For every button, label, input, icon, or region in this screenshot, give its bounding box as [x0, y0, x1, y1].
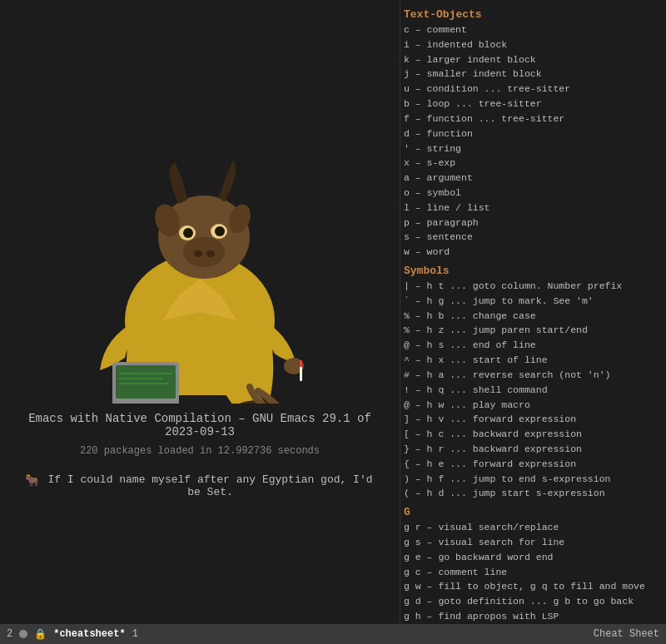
status-filename: *cheatsheet*	[53, 628, 125, 640]
item-line-text-objects-8: ' – string	[404, 141, 659, 156]
quote-text: If I could name myself after any Egyptia…	[46, 473, 375, 498]
item-line-text-objects-9: x – s-exp	[404, 156, 659, 171]
item-line-text-objects-5: b – loop ... tree-sitter	[404, 97, 659, 111]
item-line-symbols-12: { – h e ... forward expression	[404, 457, 659, 472]
emacs-title: Emacs with Native Compilation – GNU Emac…	[17, 412, 383, 438]
status-dot	[19, 630, 27, 638]
item-line-symbols-9: ] – h v ... forward expression	[404, 412, 659, 427]
section-header-g: G	[404, 506, 659, 518]
item-line-symbols-14: ( – h d ... jump start s-expression	[404, 486, 659, 501]
svg-point-2	[183, 237, 225, 267]
item-line-text-objects-3: j – smaller indent block	[404, 67, 659, 82]
item-line-g-6: g h – find apropos with LSP	[404, 609, 659, 624]
item-line-symbols-11: } – h r ... backward expression	[404, 442, 659, 457]
svg-rect-17	[116, 365, 176, 399]
status-buffer-num: 1	[132, 628, 138, 640]
status-bar: 2 🔒 *cheatsheet* 1 Cheat Sheet	[0, 624, 666, 644]
item-line-symbols-13: ) – h f ... jump to end s-expression	[404, 472, 659, 487]
svg-rect-13	[300, 360, 302, 367]
item-line-g-0: g r – visual search/replace	[404, 520, 659, 535]
item-line-symbols-6: # – h a ... reverse search (not 'n')	[404, 368, 659, 383]
svg-point-3	[194, 250, 202, 257]
item-line-g-5: g d – goto definition ... g b to go back	[404, 594, 659, 609]
item-line-text-objects-2: k – larger indent block	[404, 52, 659, 67]
item-line-text-objects-6: f – function ... tree-sitter	[404, 111, 659, 126]
item-line-symbols-10: [ – h c ... backward expression	[404, 427, 659, 442]
section-header-text-objects: Text-Objects	[404, 8, 659, 21]
item-line-symbols-8: @ – h w ... play macro	[404, 398, 659, 413]
item-line-g-3: g c – comment line	[404, 565, 659, 580]
section-header-symbols: Symbols	[404, 265, 659, 277]
item-line-symbols-0: | – h t ... goto column. Number prefix	[404, 279, 659, 294]
quote-icon: 🐂	[25, 473, 39, 488]
item-line-text-objects-11: o – symbol	[404, 186, 659, 201]
left-panel: Emacs with Native Compilation – GNU Emac…	[0, 0, 400, 644]
item-line-symbols-5: ^ – h x ... start of line	[404, 353, 659, 368]
status-mode: Cheat Sheet	[594, 628, 659, 640]
item-line-text-objects-7: d – function	[404, 126, 659, 141]
item-line-symbols-1: ` – h g ... jump to mark. See 'm'	[404, 294, 659, 309]
status-number: 2	[7, 628, 12, 640]
item-line-text-objects-14: s – sentence	[404, 230, 659, 245]
status-lock-icon: 🔒	[34, 628, 47, 641]
item-line-g-2: g e – go backward word end	[404, 550, 659, 565]
item-line-text-objects-15: w – word	[404, 245, 659, 260]
svg-point-7	[183, 228, 193, 238]
item-line-symbols-4: @ – h s ... end of line	[404, 338, 659, 353]
right-panel[interactable]: Text-Objects c – comment i – indented bl…	[400, 0, 666, 644]
gnu-mascot	[67, 146, 333, 412]
item-line-text-objects-4: u – condition ... tree-sitter	[404, 82, 659, 97]
svg-point-8	[215, 226, 225, 236]
item-line-text-objects-13: p – paragraph	[404, 215, 659, 230]
item-line-symbols-7: ! – h q ... shell command	[404, 383, 659, 398]
item-line-symbols-2: % – h b ... change case	[404, 309, 659, 324]
item-line-g-1: g s – visual search for line	[404, 535, 659, 550]
packages-subtitle: 220 packages loaded in 12.992736 seconds	[80, 445, 320, 457]
item-line-text-objects-12: l – line / list	[404, 201, 659, 215]
item-line-text-objects-10: a – argument	[404, 171, 659, 186]
item-line-text-objects-1: i – indented block	[404, 37, 659, 52]
item-line-text-objects-0: c – comment	[404, 22, 659, 37]
svg-point-4	[206, 250, 215, 257]
quote-line: 🐂 If I could name myself after any Egypt…	[25, 473, 375, 498]
item-line-g-4: g w – fill to object, g q to fill and mo…	[404, 579, 659, 594]
item-line-symbols-3: % – h z ... jump paren start/end	[404, 323, 659, 338]
